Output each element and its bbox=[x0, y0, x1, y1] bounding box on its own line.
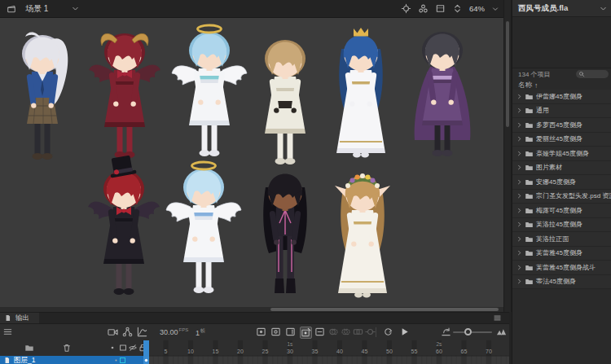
zoom-dropdown-icon[interactable] bbox=[491, 5, 499, 13]
play-button[interactable] bbox=[399, 327, 410, 337]
library-item-name: 图片素材 bbox=[536, 163, 562, 172]
character-black-hair-purple-cape[interactable] bbox=[415, 32, 471, 156]
character-elf-flower-crown-white-gown[interactable] bbox=[335, 173, 390, 298]
graph-editor-button[interactable] bbox=[137, 327, 147, 337]
stage-artwork[interactable] bbox=[0, 18, 503, 307]
expand-chevron-icon[interactable] bbox=[516, 107, 523, 114]
layer-row[interactable]: 图层_1 bbox=[0, 356, 143, 364]
folder-icon bbox=[525, 263, 534, 272]
timeline-options-menu[interactable] bbox=[2, 327, 13, 337]
chevron-down-icon bbox=[599, 4, 608, 13]
library-item-name: 宗门圣女发型头发.psd 资源 bbox=[536, 191, 611, 200]
layer-name[interactable]: 图层_1 bbox=[14, 356, 35, 364]
scene-name: 场景 1 bbox=[25, 3, 48, 15]
svg-text:40: 40 bbox=[336, 349, 343, 354]
delete-frame-button[interactable] bbox=[314, 327, 325, 337]
expand-chevron-icon[interactable] bbox=[516, 235, 523, 243]
insert-blank-keyframe-button[interactable] bbox=[270, 327, 281, 337]
expand-chevron-icon[interactable] bbox=[516, 249, 523, 257]
folder-icon bbox=[525, 191, 534, 200]
expand-chevron-icon[interactable] bbox=[516, 221, 523, 228]
timeline-zoom-slider[interactable] bbox=[453, 331, 492, 333]
frame-rate-display[interactable]: 30.00FPS bbox=[160, 327, 188, 336]
delete-layer-button[interactable] bbox=[62, 343, 72, 353]
library-folder-row[interactable]: 多萝西45度侧身 bbox=[512, 118, 611, 133]
outline-column-icon[interactable] bbox=[118, 343, 128, 353]
center-stage-button[interactable] bbox=[401, 3, 411, 14]
modify-markers-button[interactable] bbox=[365, 327, 376, 337]
library-folder-row[interactable]: 奈娅学姐45度侧身 bbox=[512, 147, 611, 161]
animate-app: 场景 1 64% 西风号成员.fla 134 个项目 bbox=[0, 0, 611, 364]
timeline-zoom-slider-handle[interactable] bbox=[464, 328, 472, 335]
zoom-level[interactable]: 64% bbox=[469, 4, 485, 13]
highlight-column-icon[interactable] bbox=[108, 343, 117, 353]
expand-chevron-icon[interactable] bbox=[516, 264, 523, 271]
library-document-selector[interactable]: 西风号成员.fla bbox=[512, 0, 611, 17]
insert-keyframe-button[interactable] bbox=[256, 327, 266, 337]
folder-icon bbox=[525, 134, 534, 143]
library-document-name: 西风号成员.fla bbox=[518, 3, 568, 14]
library-item-name: 奈娅学姐45度侧身 bbox=[536, 149, 589, 158]
rig-parent-button[interactable] bbox=[122, 327, 133, 337]
expand-chevron-icon[interactable] bbox=[516, 278, 523, 285]
horizontal-scrollbar-thumb[interactable] bbox=[270, 308, 499, 311]
library-folder-row[interactable]: 芙蕾雅45度侧身战斗 bbox=[512, 261, 611, 275]
library-folder-row[interactable]: 安娜45度侧身 bbox=[512, 175, 611, 190]
layer-highlight-dot[interactable] bbox=[112, 357, 120, 364]
expand-chevron-icon[interactable] bbox=[516, 150, 523, 157]
library-search-input[interactable] bbox=[576, 70, 609, 78]
onion-skin-button[interactable] bbox=[328, 327, 339, 337]
expand-chevron-icon[interactable] bbox=[516, 178, 523, 186]
layer-icon bbox=[3, 357, 11, 364]
scene-icon bbox=[7, 4, 16, 14]
tab-output[interactable]: 输出 bbox=[0, 313, 39, 323]
vertical-scrollbar[interactable] bbox=[503, 0, 512, 312]
library-item-name: 爱丽丝45度侧身 bbox=[536, 134, 582, 143]
loop-button[interactable] bbox=[383, 327, 393, 337]
onion-skin-outline-button[interactable] bbox=[341, 327, 351, 337]
scene-selector[interactable]: 场景 1 bbox=[0, 3, 80, 15]
library-folder-row[interactable]: 芙洛拉45度侧身 bbox=[512, 218, 611, 233]
library-folder-row[interactable]: 芙洛拉正面 bbox=[512, 232, 611, 247]
folder-icon bbox=[525, 163, 534, 172]
expand-chevron-icon[interactable] bbox=[516, 192, 523, 200]
hide-column-icon[interactable] bbox=[128, 343, 138, 353]
library-folder-row[interactable]: 芙蕾雅45度侧身 bbox=[512, 247, 611, 261]
library-folder-row[interactable]: 图片素材 bbox=[512, 161, 611, 176]
library-folder-row[interactable]: 伊蕾娜45度侧身 bbox=[512, 90, 611, 104]
folder-icon bbox=[525, 106, 534, 115]
vertical-scrollbar-thumb[interactable] bbox=[506, 21, 509, 127]
expand-chevron-icon[interactable] bbox=[516, 164, 523, 171]
new-folder-button[interactable] bbox=[24, 343, 34, 353]
expand-chevron-icon[interactable] bbox=[516, 207, 523, 214]
folder-icon bbox=[525, 220, 534, 229]
auto-keyframe-button[interactable] bbox=[300, 327, 312, 339]
insert-frame-button[interactable] bbox=[285, 327, 296, 337]
svg-text:60: 60 bbox=[436, 349, 442, 354]
timeline-toolbar: 30.00FPS 1帧 bbox=[0, 324, 509, 340]
layer-outline-color-swatch[interactable] bbox=[120, 357, 125, 363]
library-item-name: 芙洛拉正面 bbox=[536, 235, 569, 243]
stage-view-controls: 64% bbox=[401, 3, 503, 14]
frame-size-icon[interactable] bbox=[496, 327, 507, 337]
svg-text:10: 10 bbox=[187, 349, 194, 354]
camera-button[interactable] bbox=[108, 327, 118, 337]
library-folder-row[interactable]: 蒂法45度侧身 bbox=[512, 275, 611, 290]
library-folder-row[interactable]: 通用 bbox=[512, 104, 611, 119]
expand-chevron-icon[interactable] bbox=[516, 93, 523, 100]
rotate-tool-button[interactable] bbox=[418, 3, 429, 14]
center-frame-button[interactable] bbox=[441, 327, 451, 337]
timeline-frames-area[interactable]: 1s2s510152025303540455055606570 bbox=[143, 340, 509, 364]
panel-menu-icon[interactable] bbox=[493, 314, 502, 322]
library-count-row: 134 个项目 bbox=[512, 68, 611, 80]
zoom-stepper[interactable] bbox=[452, 3, 463, 14]
library-folder-row[interactable]: 爱丽丝45度侧身 bbox=[512, 133, 611, 147]
library-folder-row[interactable]: 宗门圣女发型头发.psd 资源 bbox=[512, 190, 611, 204]
expand-chevron-icon[interactable] bbox=[516, 135, 523, 143]
expand-chevron-icon[interactable] bbox=[516, 121, 523, 129]
stage-canvas[interactable] bbox=[0, 18, 503, 307]
clip-content-button[interactable] bbox=[435, 3, 446, 14]
library-folder-row[interactable]: 梅露可45度侧身 bbox=[512, 204, 611, 218]
edit-multiple-frames-button[interactable] bbox=[353, 327, 363, 337]
library-item-name: 蒂法45度侧身 bbox=[536, 277, 576, 286]
